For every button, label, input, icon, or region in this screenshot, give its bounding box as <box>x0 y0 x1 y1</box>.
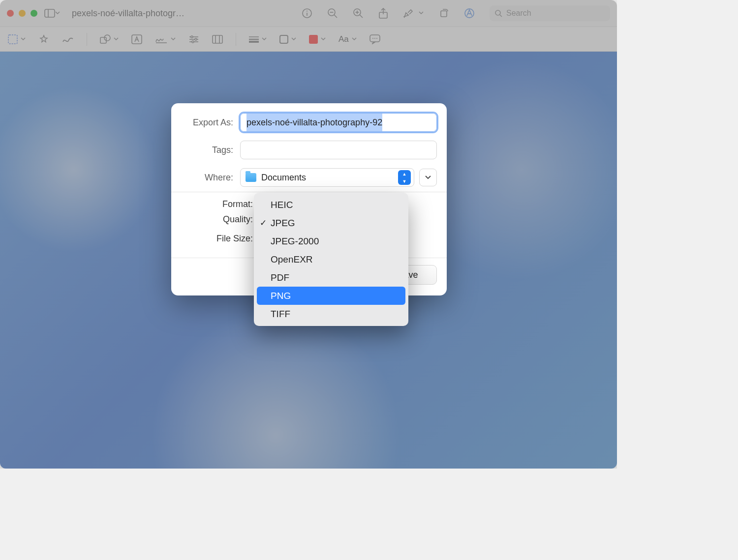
filesize-label: File Size: <box>181 234 260 244</box>
tags-input[interactable] <box>240 141 437 159</box>
format-menu-item[interactable]: PDF <box>254 268 408 287</box>
updown-icon: ▲▼ <box>398 170 411 185</box>
format-menu-item[interactable]: OpenEXR <box>254 250 408 268</box>
format-label: Format: <box>181 199 260 209</box>
expand-dialog-button[interactable] <box>419 169 437 186</box>
quality-label: Quality: <box>181 214 260 225</box>
app-window: pexels-noé-villalta-photogr… <box>0 0 617 469</box>
format-menu-item[interactable]: PNG <box>257 287 405 305</box>
format-menu-item[interactable]: JPEG <box>254 214 408 232</box>
format-menu-item[interactable]: TIFF <box>254 305 408 323</box>
format-menu-item[interactable]: HEIC <box>254 196 408 214</box>
format-menu: HEICJPEGJPEG-2000OpenEXRPDFPNGTIFF <box>254 193 408 326</box>
tags-label: Tags: <box>181 145 240 155</box>
where-select[interactable]: Documents ▲▼ <box>240 168 414 187</box>
where-label: Where: <box>181 173 240 183</box>
export-dialog: Export As: pexels-noé-villalta-photograp… <box>171 103 447 295</box>
export-as-label: Export As: <box>181 118 240 128</box>
folder-icon <box>246 173 256 182</box>
format-menu-item[interactable]: JPEG-2000 <box>254 232 408 250</box>
filename-input[interactable]: pexels-noé-villalta-photography-92 <box>240 113 437 132</box>
dialog-divider <box>171 192 447 192</box>
where-value: Documents <box>261 173 393 183</box>
